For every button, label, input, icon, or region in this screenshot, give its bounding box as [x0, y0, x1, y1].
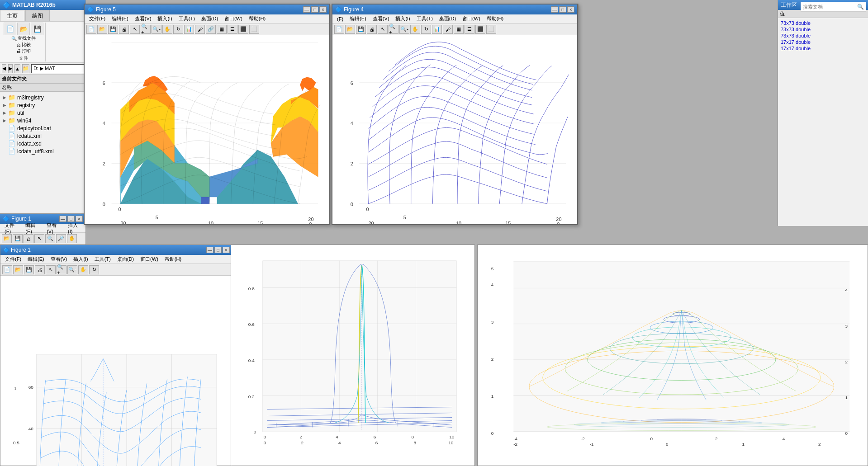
fig1-pan-btn[interactable]: ✋: [67, 234, 77, 243]
fig1-close-btn[interactable]: ×: [76, 216, 83, 222]
fig-bl-tb8[interactable]: ✋: [78, 265, 88, 274]
fig-bl-tb9[interactable]: ↻: [89, 265, 99, 274]
fig1-menu-file[interactable]: 文件(F): [2, 221, 22, 235]
fig-bl-desktop[interactable]: 桌面(D): [114, 255, 137, 263]
fig5-tb-brush[interactable]: 🖌: [195, 25, 205, 34]
expand-m3i[interactable]: ▶: [3, 95, 8, 100]
fig4-close-btn[interactable]: ×: [567, 6, 574, 13]
back-btn[interactable]: ◀: [2, 64, 6, 73]
fig4-tb-open[interactable]: 📂: [345, 25, 355, 34]
expand-win64[interactable]: ▶: [3, 118, 8, 123]
fig5-tb-zoom-out[interactable]: 🔍-: [152, 25, 161, 34]
fig4-tb-3d1[interactable]: ⬛: [475, 25, 485, 34]
fig4-menu-view[interactable]: 查看(V): [370, 15, 392, 23]
fig-bl-min[interactable]: —: [206, 247, 213, 253]
fig-bl-tb7[interactable]: 🔍-: [67, 265, 77, 274]
fig4-menu-insert[interactable]: 插入(I): [393, 15, 413, 23]
fig4-menu-help[interactable]: 帮助(H): [484, 15, 506, 23]
fig1-cursor-btn[interactable]: ↖: [34, 234, 44, 243]
fig1-print-btn[interactable]: 🖨: [24, 234, 33, 243]
fig1-min-btn[interactable]: —: [59, 216, 66, 222]
fig-bl-tb4[interactable]: 🖨: [35, 265, 45, 274]
fig5-tb-new[interactable]: 📄: [86, 25, 96, 34]
fig5-menu-file[interactable]: 文件(F): [86, 15, 108, 23]
fig1-menu-view[interactable]: 查看(V): [44, 221, 64, 235]
save-button[interactable]: 💾: [31, 23, 43, 35]
fig4-tb-rotate[interactable]: ↻: [421, 25, 431, 34]
fig-bl-file[interactable]: 文件(F): [2, 255, 24, 263]
search-bar[interactable]: 🔍: [801, 2, 866, 12]
fig-bl-tb1[interactable]: 📄: [2, 265, 12, 274]
fig4-menu-edit[interactable]: 编辑(E): [347, 15, 369, 23]
fig5-min-btn[interactable]: —: [303, 6, 310, 13]
folder-win64[interactable]: ▶ 📁 win64: [2, 117, 84, 124]
search-input[interactable]: [803, 4, 857, 9]
expand-registry[interactable]: ▶: [3, 103, 8, 108]
fig5-tb-insert-legend[interactable]: ☰: [228, 25, 237, 34]
tab-plot[interactable]: 绘图: [25, 10, 50, 21]
find-files-btn[interactable]: 🔍查找文件: [11, 35, 36, 42]
fig4-tb-zoom-out[interactable]: 🔍-: [399, 25, 409, 34]
fig5-menu-edit[interactable]: 编辑(E): [109, 15, 131, 23]
fig5-tb-link[interactable]: 🔗: [206, 25, 216, 34]
fig-bl-help[interactable]: 帮助(H): [162, 255, 184, 263]
fig-bl-insert[interactable]: 插入(I): [71, 255, 90, 263]
fig5-menu-tools[interactable]: 工具(T): [176, 15, 198, 23]
fig-bl-tb2[interactable]: 📂: [13, 265, 23, 274]
folder-m3iregistry[interactable]: ▶ 📁 m3iregistry: [2, 94, 84, 101]
fig-bl-tools[interactable]: 工具(T): [92, 255, 114, 263]
new-button[interactable]: 📄: [4, 23, 16, 35]
fig1-zoom-out-btn[interactable]: 🔎: [56, 234, 66, 243]
fig5-restore-btn[interactable]: □: [311, 6, 318, 13]
fig5-tb-cursor[interactable]: ↖: [130, 25, 140, 34]
fig5-tb-zoom-in[interactable]: 🔍+: [141, 25, 151, 34]
fig-bl-edit[interactable]: 编辑(E): [25, 255, 47, 263]
fig4-menu-file[interactable]: (F): [334, 16, 346, 22]
fig4-tb-legend[interactable]: ☰: [465, 25, 474, 34]
fig-bl-close[interactable]: ×: [223, 247, 230, 253]
fig-bl-tb6[interactable]: 🔍+: [57, 265, 66, 274]
folder-btn[interactable]: 📁: [22, 64, 29, 73]
fig5-tb-pan[interactable]: ✋: [162, 25, 172, 34]
compare-btn[interactable]: ⚖比较: [17, 42, 31, 48]
fig4-tb-3d2[interactable]: ⬜: [486, 25, 496, 34]
fig4-menu-tools[interactable]: 工具(T): [414, 15, 436, 23]
file-deploytool[interactable]: 📄 deploytool.bat: [2, 124, 84, 132]
fig5-tb-save[interactable]: 💾: [108, 25, 118, 34]
open-button[interactable]: 📂: [17, 23, 30, 35]
expand-util[interactable]: ▶: [3, 110, 8, 115]
tab-home[interactable]: 主页: [0, 10, 24, 21]
fig-bl-tb3[interactable]: 💾: [24, 265, 34, 274]
fig-bl-view[interactable]: 查看(V): [48, 255, 70, 263]
search-icon[interactable]: 🔍: [857, 4, 864, 10]
fig5-tb-rotate[interactable]: ↻: [173, 25, 183, 34]
fig4-tb-print[interactable]: 🖨: [367, 25, 377, 34]
fig5-tb-3d1[interactable]: ⬛: [238, 25, 248, 34]
fig4-menu-window[interactable]: 窗口(W): [460, 15, 483, 23]
fig4-tb-new[interactable]: 📄: [334, 25, 344, 34]
fig5-menu-desktop[interactable]: 桌面(D): [199, 15, 221, 23]
folder-util[interactable]: ▶ 📁 util: [2, 109, 84, 117]
fig5-close-btn[interactable]: ×: [319, 6, 327, 13]
fig1-max-btn[interactable]: □: [67, 216, 75, 222]
file-lcdata-utf8[interactable]: 📄 lcdata_utf8.xml: [2, 147, 84, 155]
print-btn[interactable]: 🖨 打印: [16, 48, 31, 54]
fig4-tb-save[interactable]: 💾: [356, 25, 366, 34]
fig5-tb-data[interactable]: 📊: [184, 25, 194, 34]
file-lcdata-xml[interactable]: 📄 lcdata.xml: [2, 132, 84, 140]
fig5-tb-insert-colorbar[interactable]: ▦: [217, 25, 227, 34]
fig5-menu-insert[interactable]: 插入(I): [155, 15, 175, 23]
fig4-min-btn[interactable]: —: [551, 6, 558, 13]
fig1-save-btn[interactable]: 💾: [13, 234, 23, 243]
fig5-tb-3d2[interactable]: ⬜: [249, 25, 259, 34]
fig-bl-max[interactable]: □: [214, 247, 222, 253]
fig4-restore-btn[interactable]: □: [559, 6, 566, 13]
up-btn[interactable]: ▲: [14, 64, 20, 73]
fig1-zoom-in-btn[interactable]: 🔍: [45, 234, 55, 243]
file-lcdata-xsd[interactable]: 📄 lcdata.xsd: [2, 140, 84, 147]
forward-btn[interactable]: ▶: [8, 64, 13, 73]
fig-bl-window[interactable]: 窗口(W): [138, 255, 161, 263]
fig5-menu-window[interactable]: 窗口(W): [222, 15, 245, 23]
fig5-tb-open[interactable]: 📂: [97, 25, 107, 34]
fig-bl-tb5[interactable]: ↖: [46, 265, 56, 274]
